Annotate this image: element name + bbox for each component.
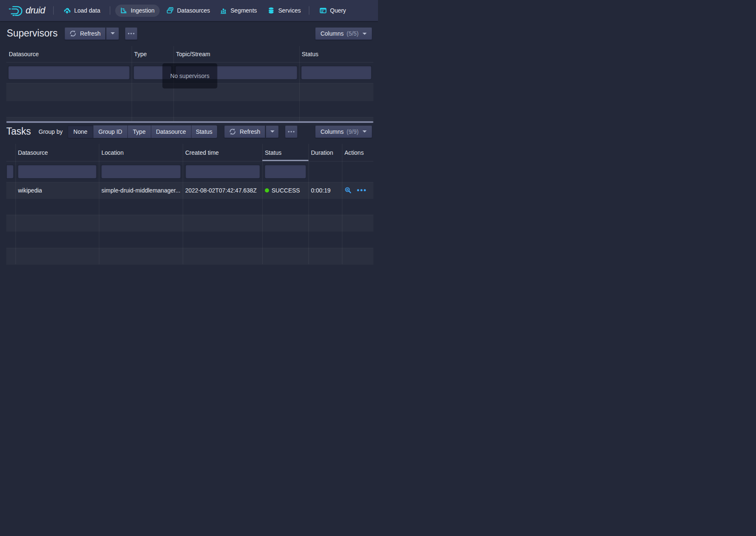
columns-count: (9/9) — [347, 128, 359, 135]
task-duration-cell: 0:00:19 — [308, 182, 342, 198]
tasks-filter-row — [6, 161, 373, 182]
caret-down-icon — [111, 32, 115, 34]
empty-row — [6, 248, 373, 264]
columns-label: Columns — [321, 128, 344, 135]
task-status-cell: SUCCESS — [262, 182, 308, 198]
nav-item-label: Ingestion — [131, 7, 155, 14]
tasks-refresh-button[interactable]: Refresh — [224, 125, 265, 138]
column-header-actions[interactable]: Actions — [342, 144, 373, 161]
nav-item-services[interactable]: Services — [268, 0, 301, 21]
task-detail-search-icon[interactable] — [344, 187, 352, 194]
nav-item-label: Datasources — [177, 7, 210, 14]
refresh-label: Refresh — [240, 128, 260, 135]
column-header-topic-stream[interactable]: Topic/Stream — [173, 46, 299, 62]
filter-input-status[interactable] — [301, 66, 371, 79]
no-data-overlay: No supervisors — [163, 63, 217, 88]
more-icon — [288, 131, 295, 133]
group-by-option-none[interactable]: None — [68, 125, 93, 138]
supervisors-refresh-group: Refresh — [65, 27, 119, 40]
column-header-status[interactable]: Status — [262, 144, 308, 161]
column-header-clipped[interactable] — [6, 144, 16, 161]
column-header-duration[interactable]: Duration — [308, 144, 342, 161]
tasks-refresh-caret-button[interactable] — [266, 125, 279, 138]
column-header-created-time[interactable]: Created time — [183, 144, 262, 161]
refresh-icon — [229, 128, 236, 135]
columns-count: (5/5) — [347, 30, 359, 37]
group-by-segmented-control: None Group ID Type Datasource Status — [68, 125, 217, 138]
empty-row — [6, 215, 373, 231]
druid-logo-icon — [9, 5, 23, 16]
empty-row — [6, 117, 373, 121]
navbar: druid Load data Ingestion — [0, 0, 378, 21]
supervisors-refresh-caret-button[interactable] — [106, 27, 119, 40]
tasks-table: Datasource Location Created time Status … — [6, 144, 373, 268]
gantt-chart-icon — [120, 7, 127, 14]
tasks-columns-button[interactable]: Columns (9/9) — [315, 125, 372, 138]
column-header-datasource[interactable]: Datasource — [16, 144, 99, 161]
tasks-refresh-group: Refresh — [224, 125, 279, 138]
horizontal-scrollbar[interactable] — [6, 121, 373, 123]
nav-item-label: Load data — [74, 7, 100, 14]
filter-input-status[interactable] — [265, 165, 306, 178]
supervisors-more-button[interactable] — [125, 27, 137, 40]
filter-input-datasource[interactable] — [8, 66, 129, 79]
task-row-wikipedia[interactable]: wikipedia simple-druid-middlemanager... … — [6, 182, 373, 198]
status-success-dot — [265, 188, 269, 193]
refresh-icon — [70, 30, 76, 37]
column-header-datasource[interactable]: Datasource — [6, 46, 132, 62]
supervisors-table: Datasource Type Topic/Stream Status No s… — [6, 46, 373, 123]
task-created-time-cell: 2022-08-02T07:42:47.638Z — [183, 182, 262, 198]
caret-down-icon — [270, 130, 274, 133]
nav-divider — [110, 6, 110, 15]
group-by-option-status[interactable]: Status — [191, 125, 217, 138]
task-location-cell: simple-druid-middlemanager... — [99, 182, 183, 198]
nav-divider — [309, 6, 309, 15]
column-header-type[interactable]: Type — [132, 46, 173, 62]
nav-item-label: Services — [278, 7, 301, 14]
column-header-status[interactable]: Status — [299, 46, 373, 62]
task-datasource-cell: wikipedia — [16, 182, 99, 198]
group-by-label: Group by — [39, 128, 63, 135]
group-by-option-datasource[interactable]: Datasource — [151, 125, 191, 138]
group-by-option-type[interactable]: Type — [127, 125, 151, 138]
nav-item-datasources[interactable]: Datasources — [167, 0, 210, 21]
tasks-table-header: Datasource Location Created time Status … — [6, 144, 373, 161]
column-header-location[interactable]: Location — [99, 144, 183, 161]
nav-item-segments[interactable]: Segments — [220, 0, 257, 21]
supervisors-columns-button[interactable]: Columns (5/5) — [315, 27, 372, 40]
nav-item-ingestion[interactable]: Ingestion — [115, 5, 160, 17]
brand-text: druid — [26, 5, 45, 16]
filter-input-created-time[interactable] — [186, 165, 260, 178]
filter-input-location[interactable] — [101, 165, 181, 178]
nav-item-query[interactable]: Query — [320, 0, 346, 21]
task-actions-cell — [342, 182, 373, 198]
nav-item-load-data[interactable]: Load data — [64, 0, 100, 21]
tasks-title: Tasks — [6, 126, 31, 137]
tasks-more-button[interactable] — [285, 125, 298, 138]
console-icon — [320, 7, 326, 14]
multi-select-icon — [167, 7, 173, 14]
group-by-option-group-id[interactable]: Group ID — [93, 125, 128, 138]
database-icon — [268, 7, 274, 14]
supervisors-refresh-button[interactable]: Refresh — [65, 27, 106, 40]
filter-input-datasource[interactable] — [18, 165, 97, 178]
refresh-label: Refresh — [80, 30, 101, 37]
columns-label: Columns — [321, 30, 344, 37]
nav-item-label: Segments — [230, 7, 257, 14]
cloud-upload-icon — [64, 7, 70, 14]
caret-down-icon — [362, 130, 367, 133]
filter-input-clipped[interactable] — [7, 165, 13, 178]
supervisors-title: Supervisors — [7, 28, 57, 39]
caret-down-icon — [362, 33, 367, 35]
nav-divider — [53, 6, 54, 15]
task-more-actions-icon[interactable] — [357, 189, 366, 191]
stacked-chart-icon — [220, 7, 227, 14]
nav-item-label: Query — [330, 7, 346, 14]
more-icon — [128, 33, 135, 34]
brand[interactable]: druid — [9, 0, 45, 21]
supervisors-table-header: Datasource Type Topic/Stream Status — [6, 46, 373, 62]
